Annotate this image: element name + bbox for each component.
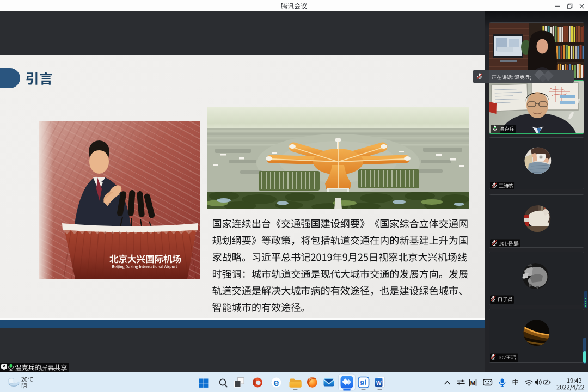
svg-text:e: e [273, 377, 279, 388]
svg-text:W: W [376, 379, 382, 386]
svg-text:M: M [470, 380, 476, 387]
svg-text:9: 9 [360, 379, 364, 387]
